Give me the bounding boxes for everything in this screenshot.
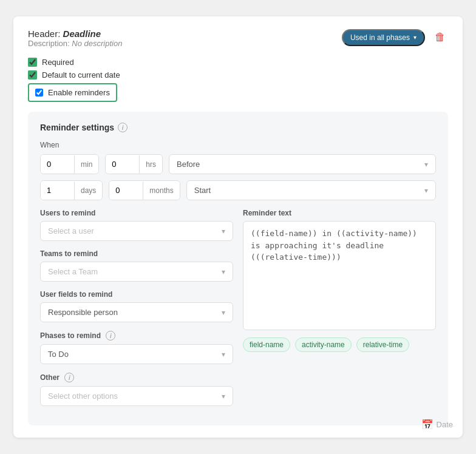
reminder-settings-title-text: Reminder settings [40, 123, 114, 132]
other-select[interactable]: Select other options ▾ [40, 386, 233, 406]
trash-icon: 🗑 [435, 31, 446, 43]
header-row: Header: Deadline Description: No descrip… [28, 29, 448, 54]
default-date-label: Default to current date [42, 70, 120, 80]
calendar-icon: 📅 [421, 419, 433, 430]
other-info-icon[interactable]: i [64, 373, 74, 382]
other-label: Other [40, 373, 59, 382]
min-unit-label: min [74, 155, 98, 174]
date-label: Date [437, 420, 453, 429]
header-label: Header: [28, 29, 60, 39]
tag-relative-time[interactable]: relative-time [356, 337, 409, 352]
phases-to-remind-value: To Do [48, 350, 69, 359]
other-group: Other i Select other options ▾ [40, 373, 233, 406]
users-to-remind-select[interactable]: Select a user ▾ [40, 221, 233, 241]
description: Description: No description [28, 39, 122, 48]
default-date-checkbox-row: Default to current date [28, 70, 448, 80]
description-value: No description [72, 39, 122, 48]
start-select[interactable]: Start ▾ [186, 180, 436, 200]
enable-reminders-row: Enable reminders [28, 83, 117, 102]
other-placeholder: Select other options [48, 391, 118, 401]
days-unit-label: days [74, 181, 102, 200]
user-fields-value: Responsible person [48, 308, 118, 317]
description-label: Description: [28, 39, 70, 48]
enable-reminders-checkbox[interactable] [35, 89, 43, 97]
user-fields-to-remind-group: User fields to remind Responsible person… [40, 290, 233, 322]
reminder-settings-info-icon[interactable]: i [118, 123, 127, 132]
header-title: Header: Deadline [28, 29, 122, 39]
phases-to-remind-label: Phases to remind [40, 331, 101, 340]
users-chevron-down-icon: ▾ [222, 227, 225, 235]
reminder-text-textarea[interactable]: ((field-name)) in ((activity-name)) is a… [243, 221, 436, 330]
phases-to-remind-group: Phases to remind i To Do ▾ [40, 331, 233, 364]
tag-activity-name[interactable]: activity-name [295, 337, 352, 352]
when-label: When [40, 141, 436, 149]
reminder-settings-title: Reminder settings i [40, 123, 436, 132]
delete-button[interactable]: 🗑 [432, 29, 448, 46]
hrs-unit-label: hrs [139, 155, 162, 174]
teams-chevron-down-icon: ▾ [222, 268, 225, 276]
phases-info-icon[interactable]: i [106, 331, 115, 340]
tag-field-name[interactable]: field-name [243, 337, 290, 352]
tags-row: field-name activity-name relative-time [243, 337, 436, 352]
required-checkbox[interactable] [28, 58, 37, 67]
required-label: Required [42, 58, 74, 67]
reminder-settings-panel: Reminder settings i When min hrs Before … [28, 112, 448, 425]
main-content: Users to remind Select a user ▾ Teams to… [40, 209, 436, 415]
teams-to-remind-label: Teams to remind [40, 249, 233, 258]
months-input-group: months [109, 180, 180, 200]
time-row-1: min hrs Before ▾ [40, 154, 436, 174]
teams-to-remind-select[interactable]: Select a Team ▾ [40, 262, 233, 282]
enable-reminders-label: Enable reminders [48, 88, 110, 97]
user-fields-select[interactable]: Responsible person ▾ [40, 302, 233, 322]
other-chevron-down-icon: ▾ [222, 392, 225, 401]
phases-to-remind-label-row: Phases to remind i [40, 331, 233, 340]
header-actions: Used in all phases ▾ 🗑 [342, 29, 448, 46]
users-to-remind-label: Users to remind [40, 209, 233, 217]
min-input[interactable] [41, 155, 74, 174]
days-input[interactable] [41, 181, 74, 200]
required-checkbox-row: Required [28, 58, 448, 67]
start-chevron-down-icon: ▾ [424, 186, 428, 195]
hrs-input-group: hrs [105, 154, 163, 174]
default-date-checkbox[interactable] [28, 70, 37, 80]
left-column: Users to remind Select a user ▾ Teams to… [40, 209, 233, 415]
min-input-group: min [40, 154, 99, 174]
right-column: Reminder text ((field-name)) in ((activi… [243, 209, 436, 415]
users-to-remind-group: Users to remind Select a user ▾ [40, 209, 233, 241]
teams-to-remind-placeholder: Select a Team [48, 267, 98, 276]
teams-to-remind-group: Teams to remind Select a Team ▾ [40, 249, 233, 282]
user-fields-chevron-down-icon: ▾ [222, 308, 225, 317]
phase-badge-chevron-icon: ▾ [413, 34, 416, 41]
other-label-row: Other i [40, 373, 233, 382]
users-to-remind-placeholder: Select a user [48, 226, 94, 235]
main-card: Header: Deadline Description: No descrip… [13, 16, 463, 438]
hrs-input[interactable] [106, 155, 139, 174]
phase-badge-label: Used in all phases [350, 33, 410, 42]
before-chevron-down-icon: ▾ [424, 160, 428, 169]
months-unit-label: months [143, 181, 179, 200]
phase-badge-button[interactable]: Used in all phases ▾ [342, 29, 425, 46]
months-input[interactable] [109, 181, 143, 200]
header-info: Header: Deadline Description: No descrip… [28, 29, 122, 54]
before-select[interactable]: Before ▾ [169, 154, 436, 174]
days-input-group: days [40, 180, 103, 200]
header-title-value: Deadline [63, 29, 101, 39]
time-row-2: days months Start ▾ [40, 180, 436, 200]
before-select-value: Before [177, 160, 200, 169]
phases-chevron-down-icon: ▾ [222, 350, 225, 359]
start-select-value: Start [194, 186, 211, 195]
user-fields-label: User fields to remind [40, 290, 233, 299]
footer-date: 📅 Date [421, 419, 453, 430]
reminder-text-label: Reminder text [243, 209, 436, 217]
phases-to-remind-select[interactable]: To Do ▾ [40, 344, 233, 364]
